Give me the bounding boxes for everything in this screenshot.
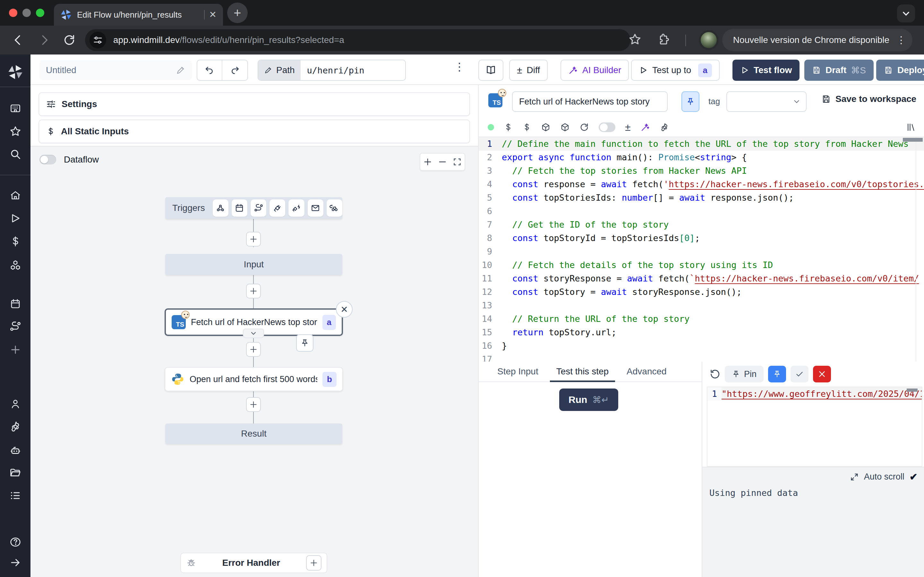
code-line-12[interactable]: 12 const topStory = await storyResponse.…: [479, 285, 924, 299]
reload-icon[interactable]: [580, 122, 589, 132]
all-static-inputs-row[interactable]: All Static Inputs: [39, 119, 470, 143]
diff-icon[interactable]: ±: [625, 121, 631, 133]
ai-assistant-icon[interactable]: [640, 122, 650, 132]
reload-icon[interactable]: [63, 34, 76, 47]
docs-button[interactable]: [478, 60, 503, 81]
deploy-button[interactable]: Deploy: [876, 60, 924, 81]
flow-path-control[interactable]: Path u/henri/pin: [258, 60, 406, 81]
sidebar-item-resources[interactable]: [9, 259, 21, 271]
sidebar-item-add[interactable]: [10, 344, 21, 355]
add-error-handler-button[interactable]: [306, 555, 321, 571]
insert-step-button[interactable]: [246, 284, 261, 298]
code-line-13[interactable]: 13: [479, 299, 924, 312]
code-line-16[interactable]: 16}: [479, 339, 924, 353]
sidebar-item-workers[interactable]: [9, 444, 21, 456]
email-trigger-icon[interactable]: [308, 199, 323, 217]
new-tab-button[interactable]: +: [227, 3, 248, 23]
pin-toggle-button[interactable]: [682, 91, 699, 112]
step-node-b[interactable]: Open url and fetch first 500 words of ..…: [165, 367, 343, 392]
poll-trigger-icon[interactable]: [326, 199, 342, 217]
ai-builder-button[interactable]: AI Builder: [561, 60, 629, 81]
code-editor[interactable]: 1// Define the main function to fetch th…: [479, 137, 924, 362]
chrome-update-button[interactable]: Nouvelle version de Chrome disponible ⋮: [722, 29, 913, 51]
test-up-to-button[interactable]: Test up to a: [631, 60, 720, 81]
more-options-icon[interactable]: ⋮: [454, 63, 465, 70]
sidebar-item-search[interactable]: [10, 148, 21, 160]
site-settings-icon[interactable]: [89, 32, 106, 48]
code-line-1[interactable]: 1"https://www.geoffreylitt.com/2025/04/1…: [708, 387, 922, 401]
sidebar-item-home[interactable]: [10, 190, 21, 201]
sidebar-item-variables[interactable]: [10, 235, 21, 247]
fit-view-icon[interactable]: [453, 157, 462, 166]
close-result-button[interactable]: [813, 366, 831, 382]
result-node[interactable]: Result: [165, 424, 342, 444]
code-line-8[interactable]: 8 const topStoryId = topStoriesIds[0];: [479, 231, 924, 245]
http-route-trigger-icon[interactable]: [250, 199, 266, 217]
dataflow-toggle[interactable]: [39, 155, 56, 164]
forward-icon[interactable]: [38, 34, 51, 47]
auto-scroll-check-icon[interactable]: ✔: [909, 471, 918, 482]
diff-button[interactable]: ± Diff: [509, 60, 548, 81]
tab-search-chevron-icon[interactable]: [897, 5, 915, 23]
tag-select[interactable]: [726, 91, 806, 112]
profile-avatar[interactable]: [699, 30, 719, 50]
pinned-data-editor[interactable]: 1"https://www.geoffreylitt.com/2025/04/1…: [707, 387, 922, 467]
sidebar-item-workspace[interactable]: [10, 103, 21, 114]
extensions-icon[interactable]: [657, 33, 670, 46]
insert-step-button[interactable]: [246, 342, 261, 357]
step-id-badge[interactable]: a: [698, 63, 712, 77]
input-node[interactable]: Input: [165, 254, 342, 275]
tab-close-icon[interactable]: ✕: [209, 10, 216, 19]
flow-name-field[interactable]: Untitled: [39, 60, 192, 80]
history-icon[interactable]: [709, 369, 720, 380]
test-flow-button[interactable]: Test flow: [732, 60, 800, 81]
browser-menu-icon[interactable]: ⋮: [897, 37, 906, 43]
code-line-7[interactable]: 7 // Get the ID of the top story: [479, 218, 924, 231]
accept-button[interactable]: [790, 366, 809, 382]
sidebar-item-folders[interactable]: [9, 467, 21, 479]
delete-step-button[interactable]: ✕: [336, 301, 352, 318]
pinned-editor-scrollbar[interactable]: [907, 388, 918, 392]
code-line-5[interactable]: 5 const topStoriesIds: number[] = await …: [479, 191, 924, 205]
sidebar-collapse-icon[interactable]: [10, 557, 21, 568]
code-line-15[interactable]: 15 return topStory.url;: [479, 326, 924, 339]
back-icon[interactable]: [11, 34, 24, 47]
tab-test-this-step[interactable]: Test this step: [548, 362, 618, 382]
zoom-in-icon[interactable]: [423, 157, 432, 166]
editor-toggle[interactable]: [599, 122, 615, 132]
tab-step-input[interactable]: Step Input: [488, 362, 548, 382]
zoom-out-icon[interactable]: [438, 157, 447, 166]
sidebar-item-audit-logs[interactable]: [10, 490, 21, 501]
windmill-logo-icon[interactable]: [7, 64, 24, 81]
event-trigger-icon[interactable]: [288, 199, 304, 217]
sidebar-item-routes[interactable]: [9, 321, 21, 333]
triggers-node[interactable]: Triggers: [165, 197, 342, 219]
pinned-step-indicator[interactable]: [296, 334, 313, 351]
flow-settings-row[interactable]: Settings: [39, 92, 470, 116]
undo-button[interactable]: [197, 60, 222, 80]
save-to-workspace-button[interactable]: Save to workspace: [821, 94, 916, 104]
sidebar-item-help[interactable]: [9, 536, 21, 548]
code-line-1[interactable]: 1// Define the main function to fetch th…: [479, 137, 924, 151]
code-line-4[interactable]: 4 const response = await fetch('https://…: [479, 177, 924, 191]
websocket-trigger-icon[interactable]: [270, 199, 285, 217]
window-minimize-button[interactable]: [23, 9, 31, 17]
collapse-step-chevron-icon[interactable]: [243, 329, 264, 338]
package-icon[interactable]: [560, 122, 570, 132]
sidebar-item-runs[interactable]: [10, 213, 21, 224]
code-line-3[interactable]: 3 // Fetch the top stories from Hacker N…: [479, 164, 924, 177]
tab-advanced[interactable]: Advanced: [618, 362, 676, 382]
window-close-button[interactable]: [9, 9, 17, 17]
flow-canvas[interactable]: Dataflow: [31, 146, 478, 577]
editor-scrollbar[interactable]: [903, 138, 923, 142]
window-zoom-button[interactable]: [36, 9, 44, 17]
pin-active-button[interactable]: [768, 366, 786, 382]
sidebar-item-users[interactable]: [10, 398, 21, 410]
sidebar-item-settings[interactable]: [9, 421, 21, 433]
browser-tab[interactable]: Edit Flow u/henri/pin_results ✕: [54, 4, 223, 26]
schedule-trigger-icon[interactable]: [232, 199, 247, 217]
url-bar[interactable]: app.windmill.dev/flows/edit/u/henri/pin_…: [85, 29, 630, 51]
code-line-2[interactable]: 2export async function main(): Promise<s…: [479, 151, 924, 164]
code-line-6[interactable]: 6: [479, 205, 924, 218]
webhook-trigger-icon[interactable]: [213, 199, 228, 217]
